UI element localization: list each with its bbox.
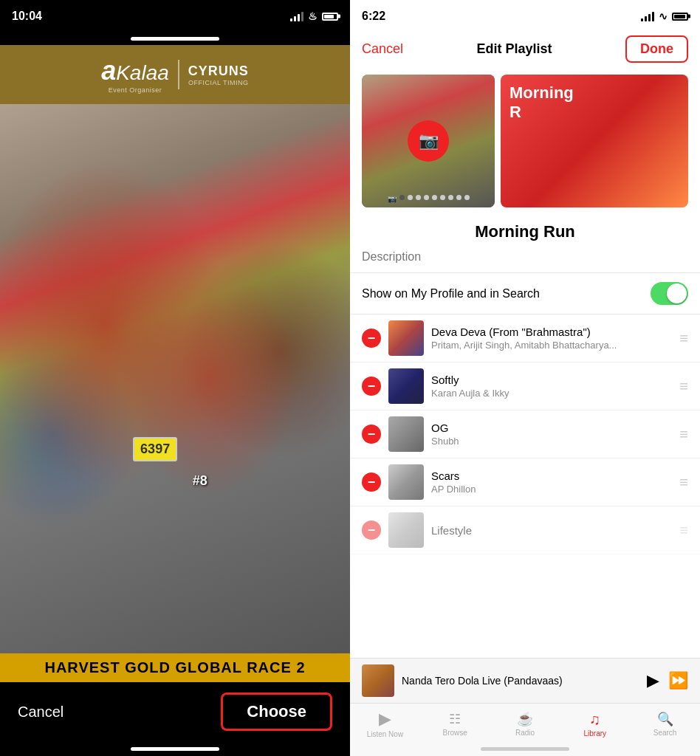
left-bottom-bar: Cancel Choose	[0, 682, 350, 741]
song-row: − Scars AP Dhillon ≡	[350, 458, 700, 506]
bib-number: 6397	[133, 437, 177, 461]
right-wifi-icon: ∿	[659, 10, 668, 22]
now-playing-title: Nanda Tero Dola Live (Pandavaas)	[402, 675, 639, 687]
now-playing-art	[362, 664, 394, 697]
drag-handle-2[interactable]: ≡	[679, 378, 688, 395]
toggle-label: Show on My Profile and in Search	[362, 287, 540, 300]
tab-search[interactable]: 🔍 Search	[643, 711, 687, 737]
home-bar-right	[481, 747, 569, 751]
song-art-5	[388, 512, 424, 548]
song-title-5: Lifestyle	[431, 524, 672, 537]
remove-song-5-button[interactable]: −	[362, 520, 381, 540]
morning-run-label: MorningR	[501, 75, 688, 131]
song-artist-3: Shubh	[431, 436, 672, 447]
song-info-4: Scars AP Dhillon	[431, 470, 672, 495]
song-art-4	[388, 464, 424, 500]
home-bar-left	[131, 747, 219, 751]
song-title-2: Softly	[431, 374, 672, 386]
playlist-cover-primary[interactable]: 📷 📷	[362, 75, 495, 207]
remove-song-2-button[interactable]: −	[362, 377, 381, 396]
signal-icon	[290, 11, 303, 21]
wifi-icon: ♨	[308, 10, 318, 22]
songs-list: − Deva Deva (From "Brahmastra") Pritam, …	[350, 315, 700, 658]
remove-song-1-button[interactable]: −	[362, 329, 381, 348]
drag-handle-1[interactable]: ≡	[679, 330, 688, 347]
listen-now-icon: ▶	[379, 709, 391, 729]
description-field[interactable]	[362, 244, 688, 269]
listen-now-label: Listen Now	[367, 730, 403, 738]
cyruns-sub: OFFICIAL TIMING	[188, 79, 249, 86]
event-banner: aKalaa Event Organiser CYRUNS OFFICIAL T…	[0, 45, 350, 104]
cyruns-logo: CYRUNS OFFICIAL TIMING	[188, 63, 249, 86]
tab-browse[interactable]: ☷ Browse	[433, 711, 477, 737]
tab-listen-now[interactable]: ▶ Listen Now	[363, 709, 407, 738]
profile-search-toggle[interactable]	[651, 282, 688, 305]
drag-handle-3[interactable]: ≡	[679, 426, 688, 443]
left-panel: 10:04 ♨ aKalaa Event Organiser	[0, 0, 350, 756]
nav-cancel-button[interactable]: Cancel	[362, 41, 403, 57]
song-artist-4: AP Dhillon	[431, 484, 672, 495]
profile-search-toggle-row: Show on My Profile and in Search	[350, 273, 700, 315]
song-info-3: OG Shubh	[431, 422, 672, 447]
song-artist-2: Karan Aujla & Ikky	[431, 388, 672, 399]
choose-button[interactable]: Choose	[221, 693, 332, 731]
left-status-bar: 10:04 ♨	[0, 0, 350, 32]
banner-logo: aKalaa Event Organiser CYRUNS OFFICIAL T…	[101, 55, 249, 94]
song-title-1: Deva Deva (From "Brahmastra")	[431, 326, 672, 338]
toggle-knob	[667, 284, 687, 303]
remove-song-4-button[interactable]: −	[362, 472, 381, 492]
radio-icon: ☕	[517, 711, 533, 727]
runners-overlay	[0, 104, 350, 653]
tab-library[interactable]: ♫ Library	[573, 711, 617, 738]
now-playing-info: Nanda Tero Dola Live (Pandavaas)	[402, 675, 639, 687]
song-row: − Softly Karan Aujla & Ikky ≡	[350, 362, 700, 410]
race-image: 6397 #8	[0, 104, 350, 653]
now-playing-controls: ▶ ⏩	[647, 671, 688, 690]
right-status-bar: 6:22 ∿	[350, 0, 700, 32]
drag-handle-4[interactable]: ≡	[679, 474, 688, 491]
song-row: − Deva Deva (From "Brahmastra") Pritam, …	[350, 315, 700, 362]
song-info-2: Softly Karan Aujla & Ikky	[431, 374, 672, 399]
nav-title: Edit Playlist	[476, 41, 552, 57]
notch-pill	[131, 37, 219, 41]
search-icon: 🔍	[657, 711, 673, 727]
library-label: Library	[583, 729, 606, 738]
song-row: − Lifestyle ≡	[350, 506, 700, 554]
left-time: 10:04	[12, 10, 42, 23]
page-dots: 📷	[362, 195, 495, 203]
song-title-4: Scars	[431, 470, 672, 482]
play-button[interactable]: ▶	[647, 671, 659, 690]
edit-playlist-nav: Cancel Edit Playlist Done	[350, 32, 700, 69]
playlist-name[interactable]: Morning Run	[362, 219, 688, 244]
song-art-3	[388, 416, 424, 452]
camera-overlay-button[interactable]: 📷	[408, 120, 449, 162]
library-icon: ♫	[589, 711, 600, 728]
song-art-1	[388, 320, 424, 356]
tab-radio[interactable]: ☕ Radio	[503, 711, 547, 737]
fast-forward-button[interactable]: ⏩	[668, 671, 688, 690]
right-time: 6:22	[362, 10, 385, 23]
right-home-indicator	[350, 741, 700, 756]
browse-label: Browse	[443, 729, 467, 737]
left-status-icons: ♨	[290, 10, 338, 22]
left-cancel-button[interactable]: Cancel	[18, 704, 64, 721]
event-organiser-label: Event Organiser	[101, 86, 169, 94]
battery-icon	[322, 13, 338, 21]
remove-song-3-button[interactable]: −	[362, 425, 381, 444]
song-title-3: OG	[431, 422, 672, 434]
logo-divider	[178, 60, 179, 89]
now-playing-bar: Nanda Tero Dola Live (Pandavaas) ▶ ⏩	[350, 658, 700, 703]
image-selector: 📷 📷 MorningR	[350, 69, 700, 213]
playlist-name-section: Morning Run	[350, 213, 700, 273]
drag-handle-5[interactable]: ≡	[679, 522, 688, 539]
browse-icon: ☷	[449, 711, 461, 727]
race-title: HARVEST GOLD GLOBAL RACE 2	[0, 659, 350, 676]
playlist-cover-secondary[interactable]: MorningR	[501, 75, 688, 207]
camera-icon: 📷	[419, 131, 439, 151]
right-signal-icon	[641, 11, 654, 21]
right-battery-icon	[672, 13, 688, 21]
nav-done-button[interactable]: Done	[625, 35, 688, 63]
race-photo: 6397 #8	[0, 104, 350, 653]
song-info-5: Lifestyle	[431, 524, 672, 537]
playlist-cover-bg: 📷 📷	[362, 75, 495, 207]
